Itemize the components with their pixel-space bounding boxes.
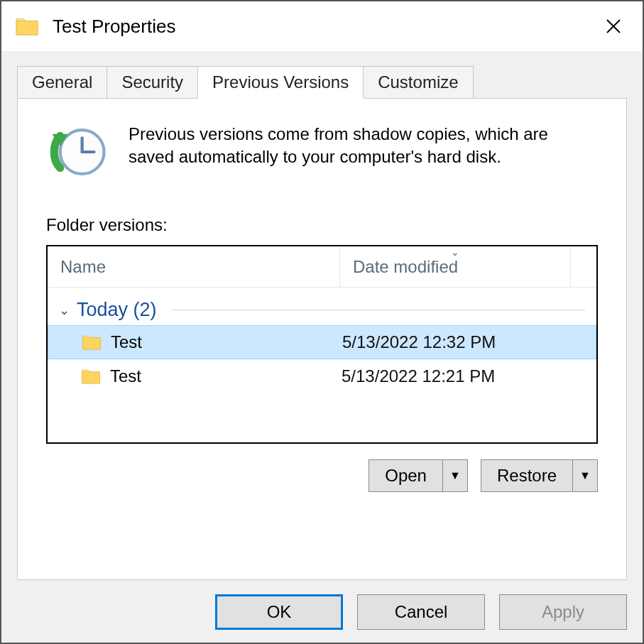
tab-previous-versions[interactable]: Previous Versions [197, 66, 364, 99]
action-row: Open ▼ Restore ▼ [46, 459, 598, 492]
window-title: Test Properties [53, 16, 597, 38]
restore-button-label: Restore [481, 460, 573, 491]
cell-name: Test [81, 332, 342, 353]
properties-dialog: Test Properties General Security Previou… [0, 0, 644, 644]
column-header-name[interactable]: Name [48, 246, 340, 287]
list-item[interactable]: Test 5/13/2022 12:21 PM [48, 359, 596, 393]
group-divider [171, 310, 585, 310]
open-button[interactable]: Open ▼ [369, 459, 468, 492]
tab-general[interactable]: General [17, 66, 107, 99]
ok-button[interactable]: OK [215, 594, 343, 630]
folder-versions-label: Folder versions: [46, 215, 598, 235]
tab-strip: General Security Previous Versions Custo… [1, 51, 643, 98]
tab-security[interactable]: Security [107, 66, 198, 99]
info-text: Previous versions come from shadow copie… [129, 120, 598, 169]
tab-customize[interactable]: Customize [363, 66, 473, 99]
restore-button[interactable]: Restore ▼ [481, 459, 598, 492]
list-header: Name ⌄ Date modified [48, 246, 596, 288]
column-header-date-label: Date modified [353, 257, 458, 277]
column-header-pad [571, 246, 596, 287]
apply-button: Apply [499, 594, 627, 630]
restore-button-dropdown[interactable]: ▼ [573, 460, 597, 491]
previous-versions-panel: Previous versions come from shadow copie… [17, 98, 627, 580]
titlebar: Test Properties [1, 1, 643, 51]
folder-icon [80, 366, 102, 387]
cancel-button[interactable]: Cancel [357, 594, 485, 630]
item-date: 5/13/2022 12:21 PM [342, 366, 596, 386]
sort-indicator-icon: ⌄ [451, 246, 459, 258]
list-item[interactable]: Test 5/13/2022 12:32 PM [48, 325, 596, 359]
column-header-date[interactable]: ⌄ Date modified [340, 246, 571, 287]
folder-icon [14, 13, 40, 39]
open-button-label: Open [369, 460, 443, 491]
cell-name: Test [80, 366, 342, 387]
versions-list: Name ⌄ Date modified ⌄ Today (2) [46, 245, 598, 444]
item-name: Test [110, 366, 141, 386]
group-header-today[interactable]: ⌄ Today (2) [48, 295, 596, 325]
dialog-button-row: OK Cancel Apply [1, 594, 643, 643]
close-button[interactable] [597, 10, 630, 43]
open-button-dropdown[interactable]: ▼ [443, 460, 467, 491]
info-row: Previous versions come from shadow copie… [46, 120, 598, 184]
list-body: ⌄ Today (2) Test 5/13/2022 12:32 PM [48, 288, 596, 442]
folder-icon [81, 332, 102, 353]
group-title: Today (2) [77, 299, 157, 321]
chevron-down-icon: ⌄ [59, 302, 70, 318]
close-icon [606, 18, 621, 34]
item-date: 5/13/2022 12:32 PM [342, 332, 596, 352]
item-name: Test [111, 332, 142, 352]
restore-clock-icon [46, 120, 110, 184]
